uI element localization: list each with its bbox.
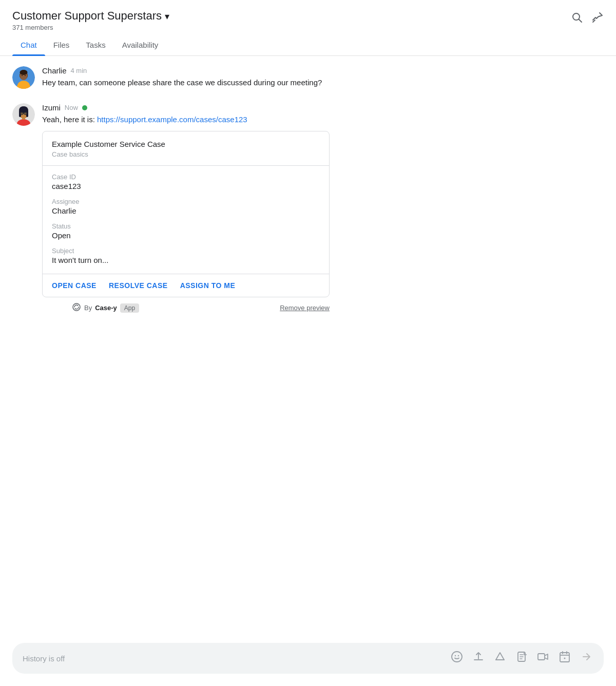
case-field-value-subject: It won't turn on... [52,256,320,264]
case-field-subject: Subject It won't turn on... [52,247,320,264]
by-app-prefix: By [84,304,92,312]
message-body-izumi: Izumi Now Yeah, here it is: https://supp… [42,103,330,314]
chat-area: Charlie 4 min Hey team, can someone plea… [0,56,616,635]
case-field-id: Case ID case123 [52,173,320,190]
video-icon[interactable] [537,651,549,666]
message-charlie: Charlie 4 min Hey team, can someone plea… [12,66,604,89]
tabs-bar: Chat Files Tasks Availability [0,35,616,56]
drive-icon[interactable] [494,651,506,666]
svg-point-25 [452,652,462,662]
case-field-value-id: case123 [52,182,320,190]
tab-files[interactable]: Files [45,35,78,55]
message-time-izumi: Now [65,104,78,111]
emoji-icon[interactable] [451,651,463,666]
by-app-row: By Case-y App Remove preview [72,302,330,314]
casey-icon [72,302,81,314]
search-icon[interactable] [571,11,583,27]
calendar-icon[interactable] [559,651,571,666]
header: Customer Support Superstars ▾ 371 member… [0,0,616,31]
message-header-izumi: Izumi Now [42,103,330,112]
history-off-text: History is off [23,654,451,663]
resolve-case-button[interactable]: RESOLVE CASE [109,281,168,290]
svg-point-8 [22,75,23,76]
message-text-prefix: Yeah, here it is: [42,115,97,124]
remove-preview-button[interactable]: Remove preview [280,304,330,312]
avatar-charlie [12,66,35,89]
online-indicator [82,105,87,110]
open-case-button[interactable]: OPEN CASE [52,281,97,290]
by-app-name: Case-y [95,304,117,312]
case-field-value-status: Open [52,231,320,240]
send-button[interactable] [580,650,593,666]
app-badge: App [120,303,139,313]
assign-to-me-button[interactable]: ASSIGN TO ME [180,281,236,290]
svg-point-22 [22,113,23,114]
bottom-bar: History is off [12,643,604,674]
header-actions [571,9,604,27]
case-field-assignee: Assignee Charlie [52,198,320,215]
message-text-charlie: Hey team, can someone please share the c… [42,77,322,89]
svg-point-7 [20,70,28,75]
case-card-details: Case ID case123 Assignee Charlie Status … [43,166,329,274]
chevron-down-icon[interactable]: ▾ [165,11,169,22]
tab-availability[interactable]: Availability [114,35,167,55]
group-name: Customer Support Superstars [12,9,162,23]
sender-name-charlie: Charlie [42,66,67,75]
toolbar-icons [451,650,593,666]
svg-point-24 [73,303,80,311]
case-field-label-assignee: Assignee [52,198,320,205]
case-field-value-assignee: Charlie [52,206,320,215]
svg-point-27 [458,655,459,656]
message-body-charlie: Charlie 4 min Hey team, can someone plea… [42,66,322,89]
svg-rect-32 [538,654,545,660]
message-header-charlie: Charlie 4 min [42,66,322,75]
svg-point-26 [455,655,456,656]
svg-point-23 [25,113,26,114]
tab-tasks[interactable]: Tasks [78,35,113,55]
svg-point-18 [20,106,28,111]
tab-chat[interactable]: Chat [12,35,45,55]
upload-icon[interactable] [472,651,485,666]
svg-rect-33 [560,653,569,662]
svg-line-1 [579,20,582,23]
case-card-subtitle: Case basics [52,150,320,158]
case-link[interactable]: https://support.example.com/cases/case12… [97,115,247,124]
avatar-izumi [12,103,35,126]
case-field-status: Status Open [52,222,320,240]
message-izumi: Izumi Now Yeah, here it is: https://supp… [12,103,604,314]
header-title-row: Customer Support Superstars ▾ [12,9,169,23]
case-card-actions: OPEN CASE RESOLVE CASE ASSIGN TO ME [43,274,329,297]
case-field-label-subject: Subject [52,247,320,255]
members-count: 371 members [12,24,169,31]
header-left: Customer Support Superstars ▾ 371 member… [12,9,169,31]
sender-name-izumi: Izumi [42,103,61,112]
case-field-label-id: Case ID [52,173,320,181]
pin-icon[interactable] [591,11,604,27]
message-time-charlie: 4 min [71,67,87,74]
case-field-label-status: Status [52,222,320,230]
case-card: Example Customer Service Case Case basic… [42,131,330,297]
doc-icon[interactable] [515,651,528,666]
message-text-izumi: Yeah, here it is: https://support.exampl… [42,114,330,126]
svg-point-9 [25,75,26,76]
svg-point-34 [564,658,566,659]
case-card-title: Example Customer Service Case [52,140,320,148]
case-card-header: Example Customer Service Case Case basic… [43,131,329,166]
